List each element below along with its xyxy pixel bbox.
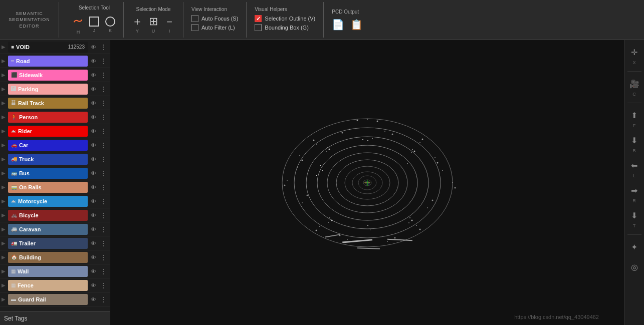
layer-item[interactable]: ▶━Road👁⋮ [0,54,110,68]
layer-hide-button[interactable]: 👁 [89,267,98,276]
layer-hide-button[interactable]: 👁 [89,99,98,108]
selection-outline-checkbox[interactable] [255,15,262,22]
layer-item[interactable]: ▶■VOID112523👁⋮ [0,40,110,54]
layer-hide-button[interactable]: 👁 [89,127,98,136]
layer-more-button[interactable]: ⋮ [99,239,108,248]
move-down-button[interactable]: ⬇ [626,132,642,148]
layer-more-button[interactable]: ⋮ [99,85,108,94]
ellipse-tool[interactable]: K [105,17,115,33]
freehand-tool[interactable]: 〜 H [73,15,83,35]
layer-hide-button[interactable]: 👁 [89,183,98,192]
move-up-button[interactable]: ⬆ [626,107,642,123]
layer-color-button[interactable]: 🚌Bus [8,168,88,179]
layer-item[interactable]: ▶▦Wall👁⋮ [0,264,110,278]
layer-item[interactable]: ▶🏠Building👁⋮ [0,250,110,264]
layer-more-button[interactable]: ⋮ [99,225,108,234]
layer-hide-button[interactable]: 👁 [89,239,98,248]
layer-hide-button[interactable]: 👁 [89,253,98,262]
layer-hide-button[interactable]: 👁 [89,141,98,150]
camera-button[interactable]: 🎥 [626,76,642,92]
move-t-button[interactable]: ⬇ [626,207,642,223]
layer-item[interactable]: ▶🚃On Rails👁⋮ [0,180,110,194]
layer-more-button[interactable]: ⋮ [99,155,108,164]
special-button[interactable]: ✦ [626,239,642,255]
layer-color-button[interactable]: 🚐Caravan [8,224,88,235]
layer-more-button[interactable]: ⋮ [99,57,108,66]
rectangle-tool[interactable]: J [89,17,99,33]
layer-item[interactable]: ▶🚌Bus👁⋮ [0,166,110,180]
layer-actions: 👁⋮ [89,225,110,234]
layer-more-button[interactable]: ⋮ [99,127,108,136]
layer-item[interactable]: ▶🚲Bicycle👁⋮ [0,208,110,222]
layer-item[interactable]: ▶🚗Car👁⋮ [0,138,110,152]
layer-item[interactable]: ▶🏍Rider👁⋮ [0,124,110,138]
layer-more-button[interactable]: ⋮ [99,267,108,276]
layer-hide-button[interactable]: 👁 [89,85,98,94]
layer-hide-button[interactable]: 👁 [89,71,98,80]
layer-color-button[interactable]: ━Road [8,56,88,67]
layer-color-button[interactable]: ▬Guard Rail [8,294,88,305]
pcd-export-button[interactable]: 📋 [350,19,363,31]
layer-more-button[interactable]: ⋮ [99,113,108,122]
layer-more-button[interactable]: ⋮ [99,141,108,150]
layer-item[interactable]: ▶🏍Motorcycle👁⋮ [0,194,110,208]
layer-more-button[interactable]: ⋮ [99,71,108,80]
layer-color-button[interactable]: 🚚Truck [8,154,88,165]
bounding-box-checkbox[interactable] [255,24,262,31]
layer-hide-button[interactable]: 👁 [89,281,98,290]
layer-item[interactable]: ▶⬛Sidewalk👁⋮ [0,68,110,82]
pcd-import-button[interactable]: 📄 [332,19,344,31]
add-mode[interactable]: ＋ Y [132,16,143,34]
layer-item[interactable]: ▶▦Fence👁⋮ [0,278,110,292]
set-tags-button[interactable]: Set Tags [0,311,110,325]
layer-item[interactable]: ▶🚚Truck👁⋮ [0,152,110,166]
move-right-button[interactable]: ➡ [626,182,642,198]
layer-color-button[interactable]: ■VOID112523 [8,42,88,53]
layer-color-button[interactable]: 🚶Person [8,112,88,123]
layer-hide-button[interactable]: 👁 [89,57,98,66]
layer-color-button[interactable]: 🚃On Rails [8,182,88,193]
layer-color-button[interactable]: 🏠Building [8,252,88,263]
layer-item[interactable]: ▶▬Guard Rail👁⋮ [0,292,110,306]
layer-hide-button[interactable]: 👁 [89,225,98,234]
subtract-mode[interactable]: － I [164,16,175,34]
layer-hide-button[interactable]: 👁 [89,295,98,304]
layer-color-button[interactable]: 🚛Trailer [8,238,88,249]
layer-item[interactable]: ▶🚶Person👁⋮ [0,110,110,124]
layer-item[interactable]: ▶🚛Trailer👁⋮ [0,236,110,250]
layer-color-button[interactable]: 🏍Motorcycle [8,196,88,207]
layer-hide-button[interactable]: 👁 [89,43,98,52]
layer-color-button[interactable]: ⬛Sidewalk [8,70,88,81]
layer-item[interactable]: ▶🚐Caravan👁⋮ [0,222,110,236]
layer-item[interactable]: ▶🅿Parking👁⋮ [0,82,110,96]
layer-more-button[interactable]: ⋮ [99,295,108,304]
layer-more-button[interactable]: ⋮ [99,211,108,220]
layer-item[interactable]: ▶🛤Rail Track👁⋮ [0,96,110,110]
layer-hide-button[interactable]: 👁 [89,155,98,164]
viewport[interactable]: https://blog.csdn.net/qq_43049462 [110,40,624,325]
layer-color-button[interactable]: 🚗Car [8,140,88,151]
layer-more-button[interactable]: ⋮ [99,183,108,192]
layer-color-button[interactable]: 🛤Rail Track [8,98,88,109]
layer-more-button[interactable]: ⋮ [99,43,108,52]
auto-filter-checkbox[interactable] [191,24,198,31]
layer-hide-button[interactable]: 👁 [89,197,98,206]
layer-color-button[interactable]: 🅿Parking [8,84,88,95]
layer-more-button[interactable]: ⋮ [99,99,108,108]
layer-more-button[interactable]: ⋮ [99,169,108,178]
union-mode[interactable]: ⊞ U [149,16,158,34]
focus-button[interactable]: ◎ [626,259,642,275]
axis-button[interactable]: ✛ [626,44,642,60]
layer-more-button[interactable]: ⋮ [99,197,108,206]
layer-color-button[interactable]: ▦Fence [8,280,88,291]
layer-color-button[interactable]: 🚲Bicycle [8,210,88,221]
layer-color-button[interactable]: ▦Wall [8,266,88,277]
layer-hide-button[interactable]: 👁 [89,113,98,122]
layer-more-button[interactable]: ⋮ [99,281,108,290]
move-left-button[interactable]: ⬅ [626,157,642,173]
layer-hide-button[interactable]: 👁 [89,211,98,220]
auto-focus-checkbox[interactable] [191,15,198,22]
layer-more-button[interactable]: ⋮ [99,253,108,262]
layer-hide-button[interactable]: 👁 [89,169,98,178]
layer-color-button[interactable]: 🏍Rider [8,126,88,137]
